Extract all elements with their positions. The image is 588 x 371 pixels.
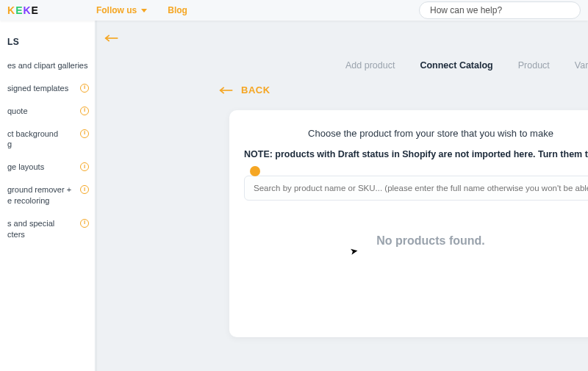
card-note-text: NOTE: products with Draft status in Shop…: [244, 149, 588, 159]
sidebar-item-label: ground remover + e recoloring: [7, 184, 76, 206]
logo-char: E: [15, 4, 21, 16]
sidebar-item[interactable]: ct background gi: [0, 123, 95, 156]
help-search[interactable]: How can we help?: [419, 1, 581, 19]
step-variatio[interactable]: Variatio: [575, 60, 588, 71]
cursor-icon: ➤: [349, 245, 359, 257]
sidebar-item[interactable]: signed templatesi: [0, 77, 95, 100]
card-lead-text: Choose the product from your store that …: [244, 128, 588, 139]
info-icon[interactable]: i: [80, 162, 89, 171]
follow-us-label: Follow us: [96, 5, 137, 15]
sidebar-item[interactable]: s and special ctersi: [0, 212, 95, 246]
back-button[interactable]: BACK: [219, 84, 270, 96]
info-icon[interactable]: i: [80, 219, 89, 228]
top-bar: K E K E Follow us Blog How can we help?: [0, 0, 588, 21]
info-icon[interactable]: i: [80, 129, 89, 138]
vertical-divider: [96, 21, 97, 371]
info-icon[interactable]: i: [80, 84, 89, 93]
blog-label: Blog: [168, 5, 187, 15]
sidebar-item-label: ge layouts: [7, 162, 76, 173]
arrow-left-icon: [219, 86, 234, 95]
logo-char: E: [32, 4, 37, 16]
loading-dot-icon: [250, 166, 260, 176]
info-icon[interactable]: i: [80, 185, 89, 194]
sidebar-item[interactable]: quotei: [0, 100, 95, 123]
follow-us-link[interactable]: Follow us: [96, 5, 147, 15]
help-search-placeholder: How can we help?: [430, 5, 502, 15]
logo: K E K E: [7, 4, 37, 16]
step-add-product[interactable]: Add product: [345, 60, 395, 71]
collapse-sidebar-button[interactable]: [104, 31, 119, 46]
empty-state-text: No products found.: [244, 234, 588, 248]
sidebar-item-label: quote: [7, 106, 76, 117]
sidebar-item-label: ct background g: [7, 129, 76, 151]
arrow-left-icon: [104, 34, 119, 43]
chevron-down-icon: [141, 9, 147, 12]
product-search-input[interactable]: [244, 176, 588, 201]
back-label: BACK: [241, 84, 270, 96]
sidebar-item-label: s and special cters: [7, 218, 76, 240]
catalog-card: Choose the product from your store that …: [229, 110, 588, 337]
top-nav: Follow us Blog: [96, 5, 187, 15]
blog-link[interactable]: Blog: [168, 5, 187, 15]
logo-char: K: [23, 4, 29, 16]
sidebar-item-label: es and clipart galleries: [7, 60, 89, 71]
step-product[interactable]: Product: [518, 60, 550, 71]
logo-char: K: [7, 4, 14, 16]
sidebar-item[interactable]: ge layoutsi: [0, 156, 95, 179]
sidebar-item[interactable]: ground remover + e recoloringi: [0, 179, 95, 212]
sidebar-item-label: signed templates: [7, 83, 76, 94]
sidebar-item[interactable]: es and clipart galleries: [0, 54, 95, 77]
info-icon[interactable]: i: [80, 107, 89, 115]
step-nav: Add productConnect CatalogProductVariati…: [345, 60, 588, 71]
step-connect-catalog[interactable]: Connect Catalog: [420, 60, 492, 71]
sidebar: LS es and clipart galleriessigned templa…: [0, 21, 96, 371]
sidebar-title: LS: [0, 32, 95, 54]
